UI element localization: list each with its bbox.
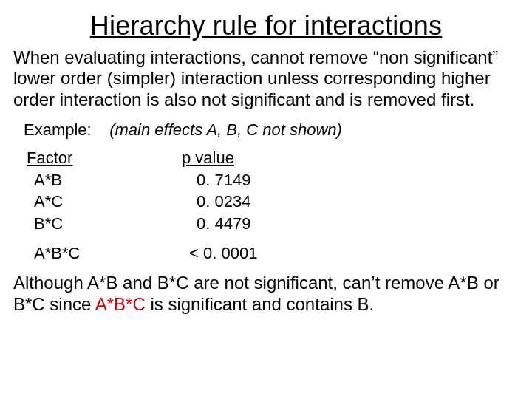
cell-factor: A*C [27, 191, 189, 213]
intro-paragraph: When evaluating interactions, cannot rem… [13, 47, 519, 110]
table-row: A*B*C < 0. 0001 [27, 242, 519, 265]
table-row: B*C 0. 4479 [27, 213, 519, 235]
table-row: A*B 0. 7149 [27, 169, 519, 191]
example-label: Example: [24, 120, 92, 139]
table-header-row: Factor p value [27, 147, 519, 169]
pvalue-table: Factor p value A*B 0. 7149 A*C 0. 0234 B… [27, 147, 519, 264]
example-line: Example: (main effects A, B, C not shown… [24, 120, 519, 140]
header-factor: Factor [27, 147, 182, 169]
slide-container: Hierarchy rule for interactions When eva… [0, 0, 532, 399]
table-row: A*C 0. 0234 [27, 191, 519, 213]
table-gap [27, 235, 519, 242]
cell-pvalue: 0. 4479 [189, 213, 344, 235]
cell-factor: B*C [27, 213, 189, 235]
cell-pvalue: 0. 0234 [189, 191, 344, 213]
conclusion-part2: is significant and contains B. [146, 294, 375, 314]
cell-factor: A*B*C [27, 242, 189, 265]
cell-factor: A*B [27, 169, 189, 191]
header-pvalue: p value [182, 147, 330, 169]
cell-pvalue: < 0. 0001 [189, 242, 337, 265]
conclusion-highlight: A*B*C [95, 294, 146, 314]
example-note: (main effects A, B, C not shown) [109, 120, 342, 139]
conclusion-paragraph: Although A*B and B*C are not significant… [13, 273, 519, 315]
cell-pvalue: 0. 7149 [189, 169, 344, 191]
page-title: Hierarchy rule for interactions [13, 10, 519, 41]
